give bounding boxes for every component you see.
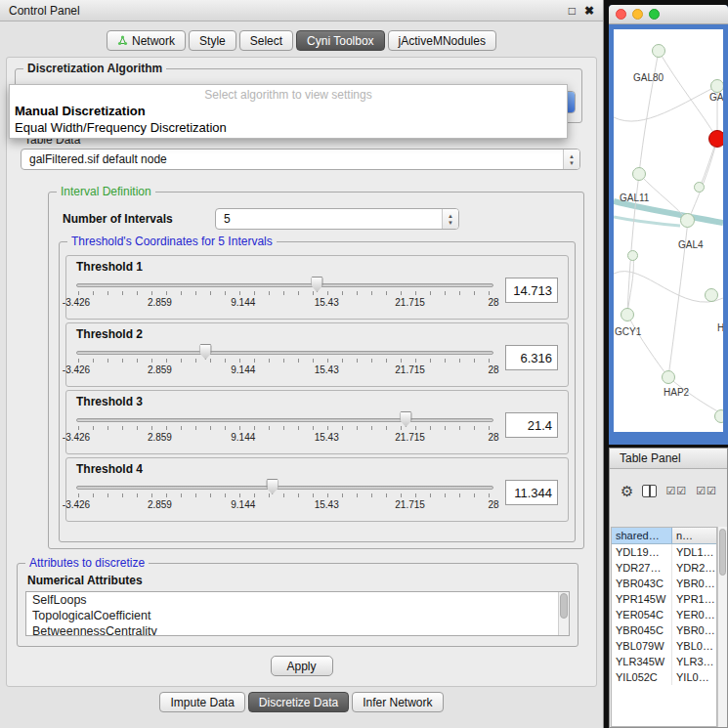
- combo-stepper-icon[interactable]: ▲ ▼: [563, 150, 579, 169]
- select-columns-icon[interactable]: ☑☑: [696, 485, 717, 497]
- cell-name[interactable]: YBR0…: [672, 576, 716, 591]
- slider-thumb[interactable]: [311, 277, 323, 292]
- table-row[interactable]: YBR045C YBR0…: [612, 622, 716, 638]
- network-node[interactable]: [621, 308, 634, 321]
- table-row[interactable]: YDR27… YDR2…: [612, 560, 716, 576]
- combo-stepper-icon[interactable]: ▲ ▼: [442, 209, 458, 229]
- table-data-select-value: galFiltered.sif default node: [21, 150, 563, 169]
- threshold-3-value-field[interactable]: 21.4: [505, 412, 558, 438]
- network-node[interactable]: [694, 182, 705, 193]
- list-item[interactable]: SelfLoops: [26, 592, 569, 608]
- close-window-icon[interactable]: ✖: [584, 4, 594, 18]
- cell-shared-name[interactable]: YBL079W: [612, 638, 672, 654]
- list-item[interactable]: TopologicalCoefficient: [26, 608, 569, 623]
- cell-shared-name[interactable]: YBR043C: [612, 576, 672, 591]
- table-row[interactable]: YPR145W YPR1…: [612, 591, 716, 607]
- columns-icon[interactable]: [642, 485, 657, 497]
- threshold-2-value-field[interactable]: 6.316: [505, 345, 558, 370]
- popup-option-manual-discretization[interactable]: Manual Discretization: [10, 102, 567, 118]
- tick-label: 9.144: [231, 297, 255, 308]
- table-row[interactable]: YIL052C YIL0…: [612, 669, 716, 685]
- slider-track[interactable]: [76, 351, 493, 355]
- threshold-3-slider[interactable]: -3.426 2.859 9.144 15.43 21.715 28: [76, 409, 493, 445]
- slider-track[interactable]: [76, 418, 493, 422]
- node-label-gal11: GAL11: [620, 193, 649, 203]
- tab-jactivemnodules[interactable]: jActiveMNodules: [388, 30, 496, 51]
- tab-select[interactable]: Select: [239, 30, 293, 51]
- stepper-down-icon: ▼: [569, 160, 575, 166]
- node-attribute-table[interactable]: shared… n… YDL19… YDL1… YDR27… YDR2… YBR…: [611, 527, 717, 727]
- tab-impute-data[interactable]: Impute Data: [159, 692, 244, 712]
- cell-shared-name[interactable]: YDR27…: [612, 560, 672, 576]
- gear-icon[interactable]: ⚙: [621, 484, 633, 498]
- network-node[interactable]: [714, 409, 723, 423]
- popup-option-equal-width-frequency[interactable]: Equal Width/Frequency Discretization: [10, 118, 567, 136]
- group-title: Threshold's Coordinates for 5 Intervals: [67, 235, 277, 248]
- slider-thumb[interactable]: [199, 344, 212, 360]
- network-canvas[interactable]: GAL80 GA GAL11 GAL4 GCY1 H HAP2: [614, 29, 723, 432]
- tab-style[interactable]: Style: [189, 30, 236, 51]
- zoom-button[interactable]: [649, 9, 660, 20]
- network-frame: GAL80 GA GAL11 GAL4 GCY1 H HAP2: [609, 24, 728, 445]
- cell-shared-name[interactable]: YLR345W: [612, 654, 672, 669]
- slider-thumb[interactable]: [266, 479, 278, 494]
- column-header-name[interactable]: n…: [672, 528, 716, 543]
- numerical-attributes-list[interactable]: SelfLoops TopologicalCoefficient Between…: [25, 591, 570, 636]
- threshold-1-value-field[interactable]: 14.713: [505, 278, 558, 303]
- network-node[interactable]: [710, 79, 723, 93]
- cell-name[interactable]: YPR1…: [672, 591, 716, 607]
- list-scrollbar[interactable]: [558, 592, 569, 635]
- cell-name[interactable]: YBL0…: [672, 638, 716, 654]
- tab-network[interactable]: Network: [107, 30, 186, 51]
- number-of-intervals-select[interactable]: 5 ▲ ▼: [215, 208, 459, 230]
- slider-track[interactable]: [76, 283, 493, 287]
- table-data-select[interactable]: galFiltered.sif default node ▲ ▼: [21, 149, 580, 170]
- table-row[interactable]: YBR043C YBR0…: [612, 576, 716, 591]
- tab-cyni-toolbox[interactable]: Cyni Toolbox: [296, 30, 384, 51]
- network-node[interactable]: [627, 250, 638, 261]
- slider-track[interactable]: [76, 486, 493, 490]
- cell-shared-name[interactable]: YER054C: [612, 607, 672, 622]
- tab-infer-network[interactable]: Infer Network: [352, 692, 443, 712]
- network-node[interactable]: [705, 288, 718, 302]
- tick-label: -3.426: [63, 499, 90, 510]
- network-node[interactable]: [632, 167, 646, 181]
- threshold-4-slider[interactable]: -3.426 2.859 9.144 15.43 21.715 28: [76, 477, 493, 512]
- float-window-icon[interactable]: □: [569, 4, 576, 18]
- cell-shared-name[interactable]: YPR145W: [612, 591, 672, 607]
- table-row[interactable]: YER054C YER0…: [612, 607, 716, 622]
- cell-name[interactable]: YDR2…: [672, 560, 716, 576]
- cell-name[interactable]: YLR3…: [672, 654, 716, 669]
- list-item[interactable]: BetweennessCentrality: [26, 623, 569, 636]
- select-all-icon[interactable]: ☑☑: [665, 485, 687, 497]
- apply-button[interactable]: Apply: [271, 656, 333, 676]
- threshold-4-value-field[interactable]: 11.344: [505, 480, 558, 505]
- scrollbar-thumb[interactable]: [719, 529, 726, 576]
- threshold-4-panel: Threshold 4 -3.426 2.859 9.144: [65, 457, 569, 522]
- threshold-2-slider[interactable]: -3.426 2.859 9.144 15.43 21.715 28: [76, 342, 493, 377]
- scrollbar-thumb[interactable]: [560, 593, 568, 619]
- popup-hint: Select algorithm to view settings: [10, 85, 567, 102]
- table-vertical-scrollbar[interactable]: [717, 527, 727, 727]
- minimize-button[interactable]: [632, 9, 643, 20]
- network-node[interactable]: [662, 370, 675, 384]
- cell-name[interactable]: YDL1…: [672, 544, 716, 560]
- cell-shared-name[interactable]: YDL19…: [612, 544, 672, 560]
- table-row[interactable]: YLR345W YLR3…: [612, 654, 716, 669]
- cell-name[interactable]: YIL0…: [672, 669, 716, 685]
- tick-label: 21.715: [395, 499, 425, 510]
- cell-shared-name[interactable]: YIL052C: [612, 669, 672, 685]
- threshold-1-slider[interactable]: -3.426 2.859 9.144 15.43 21.715 28: [76, 275, 493, 310]
- cell-name[interactable]: YBR0…: [672, 622, 716, 638]
- network-node[interactable]: [652, 44, 665, 58]
- cell-shared-name[interactable]: YBR045C: [612, 622, 672, 638]
- cell-name[interactable]: YER0…: [672, 607, 716, 622]
- tab-discretize-data[interactable]: Discretize Data: [248, 692, 349, 712]
- slider-thumb[interactable]: [400, 411, 412, 427]
- network-node-highlighted[interactable]: [708, 130, 723, 148]
- close-button[interactable]: [616, 9, 626, 20]
- network-node[interactable]: [680, 213, 695, 228]
- column-header-shared-name[interactable]: shared…: [612, 528, 672, 543]
- table-row[interactable]: YBL079W YBL0…: [612, 638, 716, 654]
- table-row[interactable]: YDL19… YDL1…: [612, 544, 716, 560]
